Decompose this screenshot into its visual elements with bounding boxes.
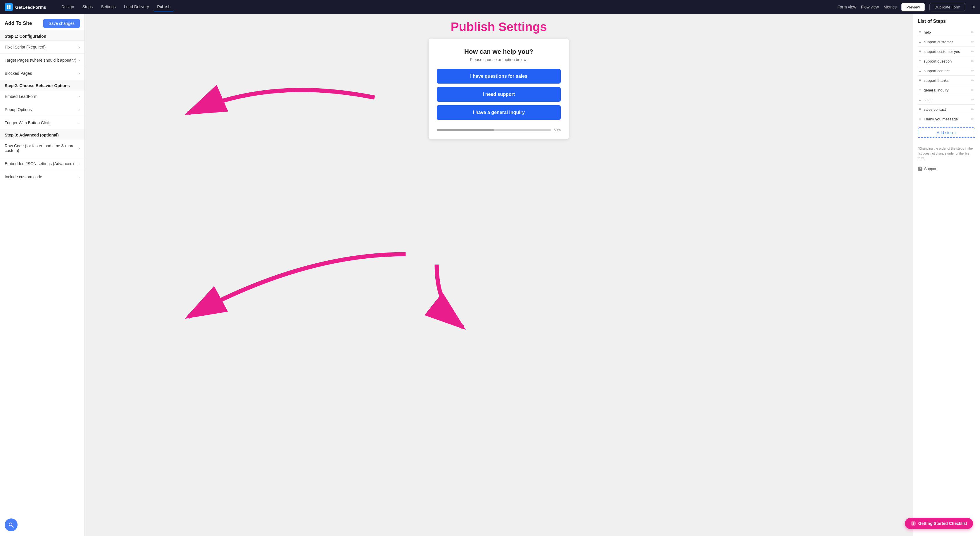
drag-icon: ≡ — [919, 59, 921, 64]
nav-form-view[interactable]: Form view — [837, 5, 856, 10]
raw-code-item[interactable]: Raw Code (for faster load time & more cu… — [0, 139, 84, 157]
blocked-pages-item[interactable]: Blocked Pages › — [0, 67, 84, 80]
publish-settings-title: Publish Settings — [450, 20, 547, 34]
main-layout: Add To Site Save changes Step 1: Configu… — [0, 14, 980, 536]
nav-publish[interactable]: Publish — [153, 3, 174, 11]
save-changes-button[interactable]: Save changes — [43, 19, 80, 28]
drag-icon: ≡ — [919, 40, 921, 44]
getting-started-checklist-button[interactable]: ℹ Getting Started Checklist — [905, 518, 973, 529]
edit-icon[interactable]: ✏ — [970, 87, 974, 92]
steps-panel: List of Steps ≡ help ✏ ≡ support custome… — [913, 14, 980, 143]
list-item: ≡ support question ✏ — [918, 56, 975, 66]
nav-lead-delivery[interactable]: Lead Delivery — [121, 3, 153, 11]
svg-rect-3 — [9, 7, 11, 9]
edit-icon[interactable]: ✏ — [970, 107, 974, 111]
form-preview-card: How can we help you? Please choose an op… — [429, 38, 569, 139]
blocked-pages-label: Blocked Pages — [5, 71, 32, 76]
chevron-right-icon: › — [78, 175, 80, 179]
form-btn-sales[interactable]: I have questions for sales — [437, 69, 561, 84]
list-item: ≡ sales ✏ — [918, 95, 975, 105]
progress-container: 50% — [437, 128, 561, 132]
nav-right: Form view Flow view Metrics Preview Dupl… — [837, 3, 975, 11]
preview-button[interactable]: Preview — [901, 3, 925, 11]
progress-label: 50% — [554, 128, 561, 132]
duplicate-form-button[interactable]: Duplicate Form — [929, 3, 965, 11]
svg-rect-2 — [7, 7, 8, 9]
progress-bar-background — [437, 129, 551, 131]
edit-icon[interactable]: ✏ — [970, 59, 974, 64]
drag-icon: ≡ — [919, 117, 921, 121]
form-btn-support[interactable]: I need support — [437, 87, 561, 102]
chevron-right-icon: › — [78, 146, 80, 151]
brand-icon — [5, 3, 13, 11]
sidebar-header: Add To Site Save changes — [0, 14, 84, 30]
trigger-button-click-item[interactable]: Trigger With Button Click › — [0, 116, 84, 129]
edit-icon[interactable]: ✏ — [970, 97, 974, 102]
nav-flow-view[interactable]: Flow view — [861, 5, 879, 10]
target-pages-label: Target Pages (where should it appear?) — [5, 58, 76, 62]
nav-steps[interactable]: Steps — [79, 3, 96, 11]
right-sidebar: List of Steps ≡ help ✏ ≡ support custome… — [913, 14, 980, 536]
embed-leadform-label: Embed LeadForm — [5, 94, 37, 99]
brand: GetLeadForms — [5, 3, 46, 11]
list-item: ≡ support customer yes ✏ — [918, 47, 975, 56]
chevron-right-icon: › — [78, 121, 80, 125]
steps-note: *Changing the order of the steps in the … — [913, 143, 980, 164]
svg-rect-0 — [7, 5, 8, 7]
step-name: general inquiry — [924, 88, 968, 92]
edit-icon[interactable]: ✏ — [970, 49, 974, 54]
list-item: ≡ general inquiry ✏ — [918, 85, 975, 95]
custom-code-item[interactable]: Include custom code › — [0, 170, 84, 183]
step3-label: Step 3: Advanced (optional) — [0, 129, 84, 139]
drag-icon: ≡ — [919, 68, 921, 73]
raw-code-label: Raw Code (for faster load time & more cu… — [5, 143, 78, 153]
embed-leadform-item[interactable]: Embed LeadForm › — [0, 90, 84, 103]
edit-icon[interactable]: ✏ — [970, 78, 974, 83]
support-icon: ? — [918, 167, 923, 171]
pixel-script-item[interactable]: Pixel Script (Required) › — [0, 40, 84, 54]
list-item: ≡ support contact ✏ — [918, 66, 975, 76]
close-icon[interactable]: × — [972, 4, 975, 10]
list-item: ≡ help ✏ — [918, 27, 975, 37]
chevron-right-icon: › — [78, 58, 80, 62]
add-step-button[interactable]: Add step + — [918, 127, 975, 138]
list-item: ≡ Thank you message ✏ — [918, 114, 975, 124]
drag-icon: ≡ — [919, 30, 921, 35]
step-name: sales — [924, 98, 968, 102]
nav-design[interactable]: Design — [58, 3, 78, 11]
list-item: ≡ support customer ✏ — [918, 37, 975, 47]
edit-icon[interactable]: ✏ — [970, 30, 974, 35]
top-nav: GetLeadForms Design Steps Settings Lead … — [0, 0, 980, 14]
form-btn-inquiry[interactable]: I have a general inquiry — [437, 105, 561, 120]
svg-rect-1 — [9, 5, 11, 7]
list-item: ≡ support thanks ✏ — [918, 76, 975, 85]
step-name: support customer yes — [924, 49, 968, 54]
embedded-json-item[interactable]: Embedded JSON settings (Advanced) › — [0, 157, 84, 170]
pixel-script-label: Pixel Script (Required) — [5, 45, 46, 49]
step-name: help — [924, 30, 968, 35]
popup-options-item[interactable]: Popup Options › — [0, 103, 84, 116]
step-name: Thank you message — [924, 117, 968, 121]
step-name: support question — [924, 59, 968, 64]
steps-panel-title: List of Steps — [918, 19, 975, 24]
search-fab[interactable] — [5, 519, 18, 531]
brand-name: GetLeadForms — [15, 5, 46, 10]
chevron-right-icon: › — [78, 94, 80, 99]
drag-icon: ≡ — [919, 107, 921, 111]
nav-settings[interactable]: Settings — [97, 3, 119, 11]
edit-icon[interactable]: ✏ — [970, 117, 974, 121]
support-label: Support — [924, 167, 938, 171]
form-preview-subtitle: Please choose an option below: — [470, 57, 528, 62]
form-preview-title: How can we help you? — [464, 48, 533, 56]
nav-metrics[interactable]: Metrics — [883, 5, 897, 10]
drag-icon: ≡ — [919, 97, 921, 102]
target-pages-item[interactable]: Target Pages (where should it appear?) › — [0, 54, 84, 67]
edit-icon[interactable]: ✏ — [970, 68, 974, 73]
checklist-label: Getting Started Checklist — [918, 521, 967, 526]
support-link[interactable]: ? Support — [913, 164, 980, 173]
edit-icon[interactable]: ✏ — [970, 40, 974, 44]
chevron-right-icon: › — [78, 71, 80, 76]
nav-links: Design Steps Settings Lead Delivery Publ… — [58, 3, 830, 11]
center-area: Publish Settings How can we help you? Pl… — [85, 14, 913, 536]
list-item: ≡ sales contact ✏ — [918, 105, 975, 114]
